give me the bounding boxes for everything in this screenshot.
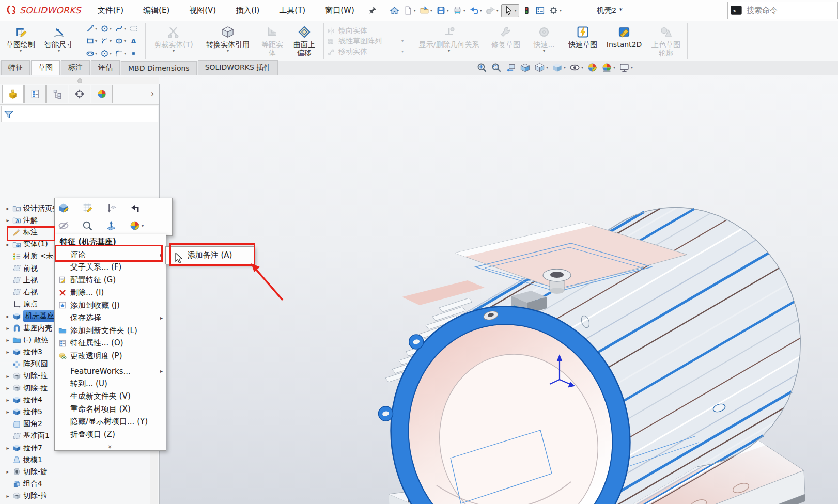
redo-button[interactable]: ▾: [485, 4, 500, 17]
sketch-tool-point[interactable]: [128, 49, 142, 58]
menu-expand-chevron[interactable]: »: [55, 441, 166, 449]
undo-button[interactable]: ▾: [468, 4, 483, 17]
expand-arrow-icon[interactable]: ▸: [4, 325, 11, 331]
save-button[interactable]: ▾: [435, 4, 450, 17]
ribbon-button-linear-pattern[interactable]: 线性草图阵列▾: [327, 37, 404, 46]
expand-arrow-icon[interactable]: ▸: [4, 493, 11, 499]
tab-标注[interactable]: 标注: [61, 60, 90, 75]
ribbon-button-smart-dimension[interactable]: 智能尺寸▾: [40, 23, 77, 59]
panel-expand-arrow[interactable]: ›: [151, 89, 154, 99]
ctx-zoom-to-selection-button[interactable]: =: [82, 218, 105, 233]
tree-item-基座内壳[interactable]: ▸基座内壳: [0, 322, 52, 334]
menu-item-删除... (I)[interactable]: 删除... (I): [55, 287, 166, 300]
tree-item-拔模1[interactable]: 拔模1: [0, 454, 42, 466]
tree-item-拉伸3[interactable]: ▸拉伸3: [0, 346, 42, 358]
command-search[interactable]: >_ 搜索命令: [727, 2, 838, 19]
tree-item-基准面1[interactable]: 基准面1: [0, 430, 50, 442]
tab-草图[interactable]: 草图: [31, 60, 60, 75]
tree-item-前视[interactable]: 前视: [0, 262, 38, 274]
tree-item-上视[interactable]: 上视: [0, 274, 38, 286]
menu-窗口(W)[interactable]: 窗口(W): [325, 6, 354, 15]
sketch-tool-circle[interactable]: ▾: [99, 24, 113, 33]
print-button[interactable]: ▾: [452, 4, 467, 17]
sketch-tool-ellipse[interactable]: ▾: [113, 37, 128, 45]
tab-特征[interactable]: 特征: [1, 60, 30, 75]
menu-工具(T)[interactable]: 工具(T): [279, 6, 305, 15]
expand-arrow-icon[interactable]: ▸: [4, 217, 11, 223]
panel-tab-configuration-manager[interactable]: [46, 85, 68, 103]
hud-zoom-fit-button[interactable]: [476, 62, 487, 73]
tree-item-圆角2[interactable]: 圆角2: [0, 418, 42, 430]
ribbon-button-relations[interactable]: 显示/删除几何关系▾: [410, 23, 488, 59]
ctx-hide-eye-button[interactable]: [58, 218, 82, 233]
ctx-normal-to-button[interactable]: [105, 218, 129, 233]
tree-item-设计活页夹[interactable]: ▸设计活页夹: [0, 202, 59, 214]
tree-item-切除-旋[interactable]: ▸切除-旋: [0, 466, 48, 478]
expand-arrow-icon[interactable]: ▸: [4, 373, 11, 379]
ribbon-button-offset-entities[interactable]: 等距实体: [257, 23, 287, 59]
ctx-edit-feature-button[interactable]: [58, 200, 82, 216]
ribbon-button-rapid-sketch[interactable]: 快速草图: [565, 23, 600, 59]
menu-item-保存选择[interactable]: 保存选择▸: [55, 312, 166, 325]
tree-item-实体(1)[interactable]: ▸实体(1): [0, 239, 48, 250]
hud-previous-view-button[interactable]: [505, 62, 516, 73]
ribbon-button-mirror-entities[interactable]: 镜向实体: [327, 26, 404, 36]
tree-item-拉伸4[interactable]: ▸拉伸4: [0, 394, 42, 406]
menu-item-评论[interactable]: 评论▸: [55, 248, 166, 261]
sketch-tool-fillet-sketch[interactable]: ▾: [113, 49, 128, 58]
tree-item-切除-拉[interactable]: ▸切除-拉: [0, 502, 48, 504]
tree-item-切除-拉[interactable]: ▸切除-拉: [0, 370, 48, 382]
expand-arrow-icon[interactable]: ▸: [4, 409, 11, 415]
ctx-edit-sketch-button[interactable]: [82, 200, 105, 216]
open-button[interactable]: ▾: [418, 4, 433, 17]
sketch-tool-line[interactable]: ▾: [84, 24, 99, 33]
menu-视图(V)[interactable]: 视图(V): [189, 6, 216, 15]
tree-filter[interactable]: [1, 106, 158, 122]
menu-item-隐藏/显示树项目... (Y)[interactable]: 隐藏/显示树项目... (Y): [55, 416, 166, 429]
tree-item-切除-拉[interactable]: ▸切除-拉: [0, 382, 48, 394]
menu-文件(F)[interactable]: 文件(F): [98, 6, 123, 15]
home-button[interactable]: [389, 4, 400, 17]
ctx-rollback-button[interactable]: [105, 200, 129, 216]
panel-tab-property-manager[interactable]: [24, 85, 46, 103]
tree-item-拉伸7[interactable]: ▸拉伸7: [0, 442, 42, 454]
hud-view-settings-button[interactable]: ▾: [619, 62, 633, 73]
ctx-back-arrow-button[interactable]: [129, 200, 153, 216]
sketch-tool-spline[interactable]: ▾: [113, 24, 128, 33]
ribbon-button-sketch[interactable]: 草图绘制▾: [2, 23, 39, 59]
menu-item-折叠项目 (Z)[interactable]: 折叠项目 (Z): [55, 428, 166, 441]
tree-item-机壳基座[interactable]: ▸机壳基座: [0, 310, 56, 322]
options-gear-button[interactable]: ▾: [548, 4, 563, 17]
ribbon-button-shaded-contours[interactable]: 上色草图轮廓: [648, 23, 684, 59]
tab-评估[interactable]: 评估: [91, 60, 120, 75]
panel-tab-feature-manager[interactable]: [2, 85, 24, 103]
menu-item-FeatureWorks...[interactable]: FeatureWorks...▸: [55, 365, 166, 378]
expand-arrow-icon[interactable]: ▸: [4, 385, 11, 391]
hud-section-view-button[interactable]: [520, 62, 531, 73]
sketch-tool-text[interactable]: A: [128, 37, 142, 45]
tab-MBD Dimensions[interactable]: MBD Dimensions: [121, 61, 197, 75]
tree-item-拉伸5[interactable]: ▸拉伸5: [0, 406, 42, 418]
tree-item-标注[interactable]: 标注: [0, 226, 38, 238]
ribbon-button-convert-entities[interactable]: 转换实体引用▾: [199, 23, 256, 59]
task-pane-list-button[interactable]: [534, 4, 546, 17]
ribbon-button-trim[interactable]: 剪裁实体(T)▾: [149, 23, 198, 59]
menu-item-添加到收藏 (J)[interactable]: 添加到收藏 (J): [55, 299, 166, 312]
tree-item-阵列(圆[interactable]: 阵列(圆: [0, 358, 48, 370]
pin-icon[interactable]: [368, 6, 377, 15]
sketch-tool-slot[interactable]: ▾: [84, 49, 99, 58]
sketch-tool-arc[interactable]: ▾: [99, 37, 113, 45]
menu-插入(I)[interactable]: 插入(I): [236, 6, 259, 15]
sketch-tool-polygon[interactable]: ▾: [99, 49, 113, 58]
hud-apply-scene-button[interactable]: ▾: [601, 62, 615, 73]
ribbon-button-repair-sketch[interactable]: 修复草图: [489, 23, 523, 59]
tab-SOLIDWORKS 插件[interactable]: SOLIDWORKS 插件: [198, 60, 278, 75]
menu-item-特征属性... (O)[interactable]: 特征属性... (O): [55, 337, 166, 350]
expand-arrow-icon[interactable]: ▸: [4, 397, 11, 403]
hud-zoom-area-button[interactable]: [491, 62, 502, 73]
expand-arrow-icon[interactable]: ▸: [4, 469, 11, 475]
expand-arrow-icon[interactable]: ▸: [4, 349, 11, 355]
expand-arrow-icon[interactable]: ▸: [4, 445, 11, 451]
tree-item-组合4[interactable]: 组合4: [0, 478, 42, 490]
ribbon-button-quick-snaps[interactable]: 快速...▾: [530, 23, 558, 59]
